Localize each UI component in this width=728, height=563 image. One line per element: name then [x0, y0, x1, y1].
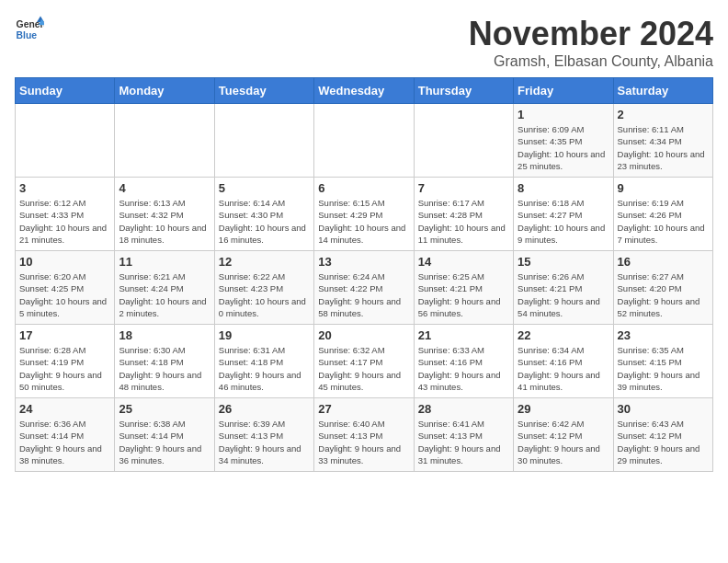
- header-friday: Friday: [514, 78, 613, 104]
- calendar-week-row: 24Sunrise: 6:36 AM Sunset: 4:14 PM Dayli…: [16, 398, 713, 472]
- day-info: Sunrise: 6:30 AM Sunset: 4:18 PM Dayligh…: [119, 344, 210, 393]
- day-info: Sunrise: 6:11 AM Sunset: 4:34 PM Dayligh…: [618, 123, 709, 172]
- day-number: 25: [119, 402, 210, 416]
- day-number: 17: [19, 328, 110, 342]
- page-header: General Blue November 2024 Gramsh, Elbas…: [15, 15, 713, 70]
- title-area: November 2024 Gramsh, Elbasan County, Al…: [469, 15, 713, 70]
- table-row: 8Sunrise: 6:18 AM Sunset: 4:27 PM Daylig…: [514, 178, 613, 251]
- day-info: Sunrise: 6:15 AM Sunset: 4:29 PM Dayligh…: [318, 197, 409, 246]
- table-row: 13Sunrise: 6:24 AM Sunset: 4:22 PM Dayli…: [314, 251, 414, 325]
- table-row: [214, 104, 313, 178]
- day-info: Sunrise: 6:26 AM Sunset: 4:21 PM Dayligh…: [518, 270, 609, 319]
- table-row: 20Sunrise: 6:32 AM Sunset: 4:17 PM Dayli…: [314, 325, 414, 398]
- day-number: 24: [19, 402, 110, 416]
- day-number: 20: [318, 328, 409, 342]
- day-info: Sunrise: 6:20 AM Sunset: 4:25 PM Dayligh…: [19, 270, 110, 319]
- table-row: 3Sunrise: 6:12 AM Sunset: 4:33 PM Daylig…: [16, 178, 115, 251]
- day-number: 19: [219, 328, 310, 342]
- day-number: 27: [318, 402, 409, 416]
- table-row: [314, 104, 414, 178]
- day-info: Sunrise: 6:28 AM Sunset: 4:19 PM Dayligh…: [19, 344, 110, 393]
- table-row: 23Sunrise: 6:35 AM Sunset: 4:15 PM Dayli…: [613, 325, 712, 398]
- day-info: Sunrise: 6:40 AM Sunset: 4:13 PM Dayligh…: [318, 418, 409, 466]
- logo-icon: General Blue: [15, 15, 44, 44]
- day-number: 10: [19, 255, 110, 269]
- day-info: Sunrise: 6:13 AM Sunset: 4:32 PM Dayligh…: [119, 197, 210, 246]
- day-number: 30: [618, 402, 709, 416]
- day-number: 14: [418, 255, 509, 269]
- day-info: Sunrise: 6:36 AM Sunset: 4:14 PM Dayligh…: [19, 418, 110, 466]
- table-row: 25Sunrise: 6:38 AM Sunset: 4:14 PM Dayli…: [115, 398, 214, 472]
- day-info: Sunrise: 6:31 AM Sunset: 4:18 PM Dayligh…: [219, 344, 310, 393]
- day-info: Sunrise: 6:27 AM Sunset: 4:20 PM Dayligh…: [618, 270, 709, 319]
- day-number: 6: [318, 181, 409, 195]
- day-info: Sunrise: 6:32 AM Sunset: 4:17 PM Dayligh…: [318, 344, 409, 393]
- table-row: 12Sunrise: 6:22 AM Sunset: 4:23 PM Dayli…: [214, 251, 313, 325]
- day-info: Sunrise: 6:21 AM Sunset: 4:24 PM Dayligh…: [119, 270, 210, 319]
- day-info: Sunrise: 6:24 AM Sunset: 4:22 PM Dayligh…: [318, 270, 409, 319]
- table-row: 15Sunrise: 6:26 AM Sunset: 4:21 PM Dayli…: [514, 251, 613, 325]
- day-number: 9: [618, 181, 709, 195]
- table-row: [115, 104, 214, 178]
- day-info: Sunrise: 6:09 AM Sunset: 4:35 PM Dayligh…: [518, 123, 609, 172]
- table-row: [16, 104, 115, 178]
- day-number: 29: [518, 402, 609, 416]
- day-info: Sunrise: 6:22 AM Sunset: 4:23 PM Dayligh…: [219, 270, 310, 319]
- header-monday: Monday: [115, 78, 214, 104]
- table-row: 22Sunrise: 6:34 AM Sunset: 4:16 PM Dayli…: [514, 325, 613, 398]
- table-row: 19Sunrise: 6:31 AM Sunset: 4:18 PM Dayli…: [214, 325, 313, 398]
- table-row: [414, 104, 513, 178]
- header-thursday: Thursday: [414, 78, 513, 104]
- day-info: Sunrise: 6:12 AM Sunset: 4:33 PM Dayligh…: [19, 197, 110, 246]
- header-wednesday: Wednesday: [314, 78, 414, 104]
- day-info: Sunrise: 6:39 AM Sunset: 4:13 PM Dayligh…: [219, 418, 310, 466]
- day-number: 16: [618, 255, 709, 269]
- table-row: 1Sunrise: 6:09 AM Sunset: 4:35 PM Daylig…: [514, 104, 613, 178]
- table-row: 26Sunrise: 6:39 AM Sunset: 4:13 PM Dayli…: [214, 398, 313, 472]
- calendar-week-row: 10Sunrise: 6:20 AM Sunset: 4:25 PM Dayli…: [16, 251, 713, 325]
- month-title: November 2024: [469, 15, 713, 53]
- day-number: 23: [618, 328, 709, 342]
- day-number: 4: [119, 181, 210, 195]
- table-row: 27Sunrise: 6:40 AM Sunset: 4:13 PM Dayli…: [314, 398, 414, 472]
- header-sunday: Sunday: [16, 78, 115, 104]
- calendar-week-row: 17Sunrise: 6:28 AM Sunset: 4:19 PM Dayli…: [16, 325, 713, 398]
- day-info: Sunrise: 6:25 AM Sunset: 4:21 PM Dayligh…: [418, 270, 509, 319]
- table-row: 14Sunrise: 6:25 AM Sunset: 4:21 PM Dayli…: [414, 251, 513, 325]
- table-row: 5Sunrise: 6:14 AM Sunset: 4:30 PM Daylig…: [214, 178, 313, 251]
- day-number: 12: [219, 255, 310, 269]
- table-row: 7Sunrise: 6:17 AM Sunset: 4:28 PM Daylig…: [414, 178, 513, 251]
- day-info: Sunrise: 6:17 AM Sunset: 4:28 PM Dayligh…: [418, 197, 509, 246]
- day-number: 5: [219, 181, 310, 195]
- day-info: Sunrise: 6:19 AM Sunset: 4:26 PM Dayligh…: [618, 197, 709, 246]
- location-title: Gramsh, Elbasan County, Albania: [469, 53, 713, 70]
- table-row: 17Sunrise: 6:28 AM Sunset: 4:19 PM Dayli…: [16, 325, 115, 398]
- calendar-week-row: 3Sunrise: 6:12 AM Sunset: 4:33 PM Daylig…: [16, 178, 713, 251]
- day-info: Sunrise: 6:38 AM Sunset: 4:14 PM Dayligh…: [119, 418, 210, 466]
- day-number: 3: [19, 181, 110, 195]
- day-number: 21: [418, 328, 509, 342]
- day-number: 18: [119, 328, 210, 342]
- day-number: 11: [119, 255, 210, 269]
- header-tuesday: Tuesday: [214, 78, 313, 104]
- table-row: 2Sunrise: 6:11 AM Sunset: 4:34 PM Daylig…: [613, 104, 712, 178]
- table-row: 30Sunrise: 6:43 AM Sunset: 4:12 PM Dayli…: [613, 398, 712, 472]
- day-info: Sunrise: 6:33 AM Sunset: 4:16 PM Dayligh…: [418, 344, 509, 393]
- table-row: 9Sunrise: 6:19 AM Sunset: 4:26 PM Daylig…: [613, 178, 712, 251]
- table-row: 18Sunrise: 6:30 AM Sunset: 4:18 PM Dayli…: [115, 325, 214, 398]
- table-row: 21Sunrise: 6:33 AM Sunset: 4:16 PM Dayli…: [414, 325, 513, 398]
- day-info: Sunrise: 6:18 AM Sunset: 4:27 PM Dayligh…: [518, 197, 609, 246]
- table-row: 10Sunrise: 6:20 AM Sunset: 4:25 PM Dayli…: [16, 251, 115, 325]
- calendar-week-row: 1Sunrise: 6:09 AM Sunset: 4:35 PM Daylig…: [16, 104, 713, 178]
- table-row: 6Sunrise: 6:15 AM Sunset: 4:29 PM Daylig…: [314, 178, 414, 251]
- calendar-header-row: Sunday Monday Tuesday Wednesday Thursday…: [16, 78, 713, 104]
- svg-text:Blue: Blue: [17, 30, 38, 40]
- table-row: 11Sunrise: 6:21 AM Sunset: 4:24 PM Dayli…: [115, 251, 214, 325]
- table-row: 29Sunrise: 6:42 AM Sunset: 4:12 PM Dayli…: [514, 398, 613, 472]
- day-number: 26: [219, 402, 310, 416]
- table-row: 16Sunrise: 6:27 AM Sunset: 4:20 PM Dayli…: [613, 251, 712, 325]
- header-saturday: Saturday: [613, 78, 712, 104]
- day-number: 1: [518, 108, 609, 121]
- table-row: 24Sunrise: 6:36 AM Sunset: 4:14 PM Dayli…: [16, 398, 115, 472]
- day-number: 7: [418, 181, 509, 195]
